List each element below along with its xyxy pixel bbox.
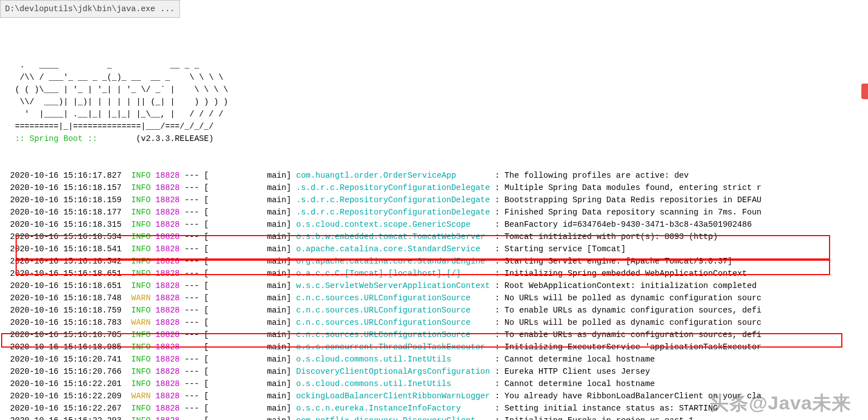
log-level: WARN [131,318,151,327]
spring-version: (v2.3.3.RELEASE) [102,134,213,143]
log-line: 2020-10-16 15:16:18.651 INFO 18828 --- [… [10,267,858,280]
log-thread: main [267,281,286,290]
log-line: 2020-10-16 15:16:20.741 INFO 18828 --- [… [10,353,858,365]
log-class: c.n.c.sources.URLConfigurationSource [296,294,490,302]
log-message: No URLs will be polled as dynamic config… [505,294,762,302]
log-timestamp: 2020-10-16 15:16:18.759 [10,306,121,315]
log-timestamp: 2020-10-16 15:16:18.177 [10,208,121,217]
log-pid: 18828 [155,294,180,302]
log-timestamp: 2020-10-16 15:16:18.159 [10,196,121,204]
log-thread: main [267,245,286,253]
log-separator: --- [ [180,343,267,351]
log-message: Finished Spring Data repository scanning… [505,208,762,217]
banner-ascii: /\\ / ___'_ __ _ _(_)_ __ __ _ \ \ \ \ (… [10,73,228,131]
console-output[interactable]: . ____ _ __ _ _ /\\ / ___'_ __ _ _(_)_ _… [0,18,868,420]
side-tab-marker[interactable] [861,84,868,99]
log-message: Initializing Spring embedded WebApplicat… [505,269,747,278]
log-pid: 18828 [155,171,180,180]
log-class: .s.d.r.c.RepositoryConfigurationDelegate [296,183,490,192]
log-class: o.s.cloud.commons.util.InetUtils [296,355,490,364]
log-class: DiscoveryClientOptionalArgsConfiguration [296,367,490,376]
log-pid: 18828 [155,232,180,241]
log-separator: --- [ [180,208,267,217]
log-timestamp: 2020-10-16 15:16:22.267 [10,404,121,413]
log-timestamp: 2020-10-16 15:16:18.541 [10,245,121,253]
log-pid: 18828 [155,343,180,351]
log-class: .s.d.r.c.RepositoryConfigurationDelegate [296,196,490,204]
log-class: com.netflix.discovery.DiscoveryClient [296,416,490,420]
log-separator: --- [ [180,220,267,229]
log-thread: main [267,343,286,351]
log-class: c.n.c.sources.URLConfigurationSource [296,330,490,339]
log-thread: main [267,404,286,413]
log-class: o.s.cloud.commons.util.InetUtils [296,379,490,388]
log-thread: main [267,269,286,278]
spring-banner: . ____ _ __ _ _ /\\ / ___'_ __ _ _(_)_ _… [10,47,858,157]
log-pid: 18828 [155,404,180,413]
log-pid: 18828 [155,367,180,376]
log-class: o.a.c.c.C.[Tomcat].[localhost].[/] [296,269,490,278]
log-line: 2020-10-16 15:16:22.293 INFO 18828 --- [… [10,414,858,420]
log-timestamp: 2020-10-16 15:16:18.651 [10,269,121,278]
log-class: ockingLoadBalancerClientRibbonWarnLogger [296,392,490,401]
log-level: INFO [131,220,151,229]
log-thread: main [267,183,286,192]
log-separator: --- [ [180,318,267,327]
log-level: INFO [131,183,151,192]
log-separator: --- [ [180,171,267,180]
log-separator: --- [ [180,269,267,278]
log-class: o.s.c.n.eureka.InstanceInfoFactory [296,404,490,413]
log-thread: main [267,306,286,315]
log-separator: --- [ [180,379,267,388]
log-line: 2020-10-16 15:16:18.542 INFO 18828 --- [… [10,255,858,267]
log-thread: main [267,220,286,229]
log-pid: 18828 [155,257,180,266]
log-line: 2020-10-16 15:16:18.651 INFO 18828 --- [… [10,280,858,292]
log-line: 2020-10-16 15:16:18.785 INFO 18828 --- [… [10,329,858,341]
log-separator: --- [ [180,196,267,204]
log-line: 2020-10-16 15:16:22.209 WARN 18828 --- [… [10,390,858,402]
log-timestamp: 2020-10-16 15:16:18.985 [10,343,121,351]
log-line: 2020-10-16 15:16:18.177 INFO 18828 --- [… [10,206,858,218]
log-separator: --- [ [180,281,267,290]
log-level: INFO [131,269,151,278]
log-thread: main [267,367,286,376]
log-pid: 18828 [155,208,180,217]
log-pid: 18828 [155,379,180,388]
log-line: 2020-10-16 15:16:18.541 INFO 18828 --- [… [10,243,858,255]
log-class: c.n.c.sources.URLConfigurationSource [296,306,490,315]
log-thread: main [267,294,286,302]
log-separator: --- [ [180,330,267,339]
log-thread: main [267,171,286,180]
log-separator: --- [ [180,183,267,192]
log-class: org.apache.catalina.core.StandardEngine [296,257,490,266]
log-thread: main [267,208,286,217]
log-level: INFO [131,343,151,351]
log-line: 2020-10-16 15:16:18.157 INFO 18828 --- [… [10,182,858,194]
log-line: 2020-10-16 15:16:18.315 INFO 18828 --- [… [10,218,858,231]
log-separator: --- [ [180,355,267,364]
log-pid: 18828 [155,318,180,327]
log-level: INFO [131,196,151,204]
log-message: Bootstrapping Spring Data Redis reposito… [505,196,762,204]
log-pid: 18828 [155,416,180,420]
log-level: INFO [131,379,151,388]
log-message: Multiple Spring Data modules found, ente… [505,183,762,192]
log-message: You already have RibbonLoadBalancerClien… [505,392,762,401]
spring-boot-tag: :: Spring Boot :: [10,134,102,143]
log-pid: 18828 [155,196,180,204]
log-message: To enable URLs as dynamic configuration … [505,306,762,315]
log-message: Starting service [Tomcat] [505,245,626,253]
log-pid: 18828 [155,183,180,192]
log-line: 2020-10-16 15:16:18.159 INFO 18828 --- [… [10,194,858,206]
log-message: The following profiles are active: dev [505,171,689,180]
log-class: com.huangtl.order.OrderServiceApp [296,171,490,180]
log-class: o.s.cloud.context.scope.GenericScope [296,220,490,229]
log-thread: main [267,330,286,339]
log-separator: --- [ [180,306,267,315]
log-line: 2020-10-16 15:16:22.201 INFO 18828 --- [… [10,378,858,390]
log-separator: --- [ [180,404,267,413]
log-timestamp: 2020-10-16 15:16:18.651 [10,281,121,290]
log-pid: 18828 [155,269,180,278]
log-class: o.s.s.concurrent.ThreadPoolTaskExecutor [296,343,490,351]
